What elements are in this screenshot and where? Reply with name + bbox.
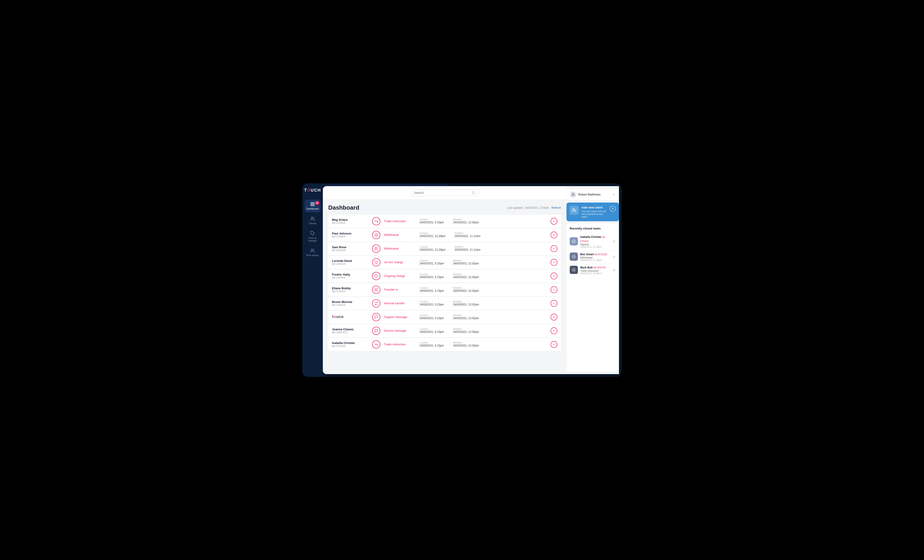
created-block: Created 24/03/2021, 12.29pm [420,232,446,238]
modified-date: 25/03/2021, 11.12am [454,235,480,238]
created-label: Created [420,218,444,221]
task-row[interactable]: Lucinda Davie AD-27HJU4 Ad hoc charge Cr… [328,256,561,269]
closed-task-item[interactable]: Isabella Christie AD-27HJU4 Deposit 24/0… [570,233,616,250]
task-type: Trade instruction [384,343,416,346]
task-type-icon [372,272,380,280]
modified-label: Modified [453,259,479,262]
task-meta: Created 24/03/2021, 5.23pm Modified 24/0… [420,287,547,292]
closed-task-item[interactable]: Mark Bolt AD-87HY55 Trade instruction 24… [570,264,616,277]
tag-icon [310,231,315,236]
task-row[interactable]: Sam Rose AD-27HJU4 Withdrawal Created 24… [328,242,561,255]
task-meta: Created 24/03/2021, 5.23pm Modified 24/0… [420,328,547,334]
chevron-right-icon [552,261,555,264]
closed-task-date: 24/03/2021, 12.23pm [580,246,610,248]
closed-task-date: 24/03/2021, 10.56am [580,272,610,275]
task-type-icon [372,231,380,239]
task-row[interactable]: Paul Johnson AD-27HJU4 Withdrawal Create… [328,229,561,241]
created-date: 24/03/2021, 5.23pm [420,330,444,334]
task-row[interactable]: TOUCH Support message Created 24/03/2021… [328,311,561,323]
created-date: 24/03/2021, 5.23pm [420,289,444,292]
modified-block: Modified 24/03/2021, 12.02pm [453,287,479,292]
last-updated-value: 24/03/2021, 3.54pm [525,206,549,210]
task-client: Meg Sclare AD-27HJU4 [332,218,369,224]
created-block: Created 24/03/2021, 5.23pm [420,287,444,292]
task-client: Lucinda Davie AD-27HJU4 [332,259,369,265]
modified-block: Modified 24/03/2021, 12.02pm [453,328,479,334]
task-arrow-button[interactable] [550,259,557,266]
task-client: Joanna Chavez AD-33HYDT5 [332,328,369,334]
task-type: Support message [384,315,416,319]
modified-date: 24/03/2021, 12.02pm [453,221,479,224]
page-title: Dashboard [328,204,359,211]
task-arrow-button[interactable] [550,314,557,320]
created-block: Created 24/03/2021, 12.29pm [420,246,446,252]
sidebar-item-dashboard[interactable]: 12 Dashboard [304,199,321,213]
task-row[interactable]: Eliana Bobby AD-27HJU4 Transfer in Creat… [328,283,561,296]
modified-block: Modified 25/03/2021, 11.12am [454,246,480,252]
modified-block: Modified 25/03/2021, 11.12am [454,232,480,238]
sidebar-item-firmadmin-label: Firm admin [306,254,319,257]
closed-task-item[interactable]: Ben Smart AD-87JDU8 Withdrawal 24/03/202… [570,250,616,264]
dashboard-badge: 12 [315,201,319,205]
closed-task-type: Withdrawal [580,256,610,259]
recently-closed-title: Recently closed tasks [570,227,616,230]
created-label: Created [420,287,444,289]
add-client-title: Add new client [582,206,607,209]
closed-task-info: Ben Smart AD-87JDU8 Withdrawal 24/03/202… [580,252,610,261]
task-arrow-button[interactable] [550,300,557,307]
sidebar-item-fees-label: Fees & charges [306,237,320,242]
task-arrow-button[interactable] [550,273,557,279]
task-arrow-button[interactable] [550,232,557,238]
chevron-right-icon [552,288,555,291]
add-client-icon [570,206,579,215]
created-block: Created 24/03/2021, 5.23pm [420,314,444,320]
task-arrow-button[interactable] [550,245,557,252]
created-date: 24/03/2021, 5.23pm [420,317,444,320]
add-client-card[interactable]: Add new client You can save and exit the… [567,202,619,221]
closed-task-date: 24/03/2021, 11.19am [580,259,610,261]
task-type-icon [372,244,380,253]
task-arrow-button[interactable] [550,327,557,334]
sidebar-item-clients[interactable]: Clients [304,214,321,227]
search-input[interactable] [414,191,470,195]
created-date: 24/03/2021, 12.29pm [420,248,446,252]
main-content: Dashboard Last updated: 24/03/2021, 3.54… [323,186,567,374]
task-type-icon [372,326,380,335]
closed-task-avatar [570,266,578,274]
svg-point-4 [311,217,313,219]
closed-task-name: Mark Bolt AD-87HY55 [580,265,610,270]
closed-task-name: Ben Smart AD-87JDU8 [580,252,610,256]
task-client: Isabella Christie AD-27HJU4 [332,341,369,347]
add-client-plus-button[interactable]: + [610,206,616,212]
task-client: Sam Rose AD-27HJU4 [332,246,369,252]
modified-label: Modified [453,218,479,221]
task-type-icon [372,258,380,267]
user-selector[interactable]: Robert Matthews [567,189,619,200]
svg-rect-2 [311,204,312,206]
created-label: Created [420,341,444,344]
refresh-button[interactable]: Refresh [551,206,561,210]
sidebar-item-fees[interactable]: Fees & charges [304,229,321,244]
created-block: Created 24/03/2021, 5.23pm [420,259,444,265]
grid-icon [310,202,315,207]
task-arrow-button[interactable] [550,218,557,225]
client-name: Joanna Chavez [332,328,369,331]
modified-label: Modified [454,232,480,235]
task-row[interactable]: Fredric Hatty AD-27HJU4 Ongoing charge C… [328,270,561,282]
created-label: Created [420,232,446,235]
modified-block: Modified 24/03/2021, 12.02pm [453,259,479,265]
search-box[interactable] [411,189,479,196]
app-logo: TOUCH [304,188,321,193]
task-row[interactable]: Meg Sclare AD-27HJU4 Trade instruction C… [328,215,561,228]
created-label: Created [420,246,446,248]
chevron-right-icon [552,274,555,278]
task-row[interactable]: Joanna Chavez AD-33HYDT5 Secure message … [328,324,561,337]
sidebar-item-firmadmin[interactable]: Firm admin [304,246,321,259]
task-arrow-button[interactable] [550,286,557,293]
svg-rect-0 [311,202,312,204]
task-client: Fredric Hatty AD-27HJU4 [332,273,369,279]
task-arrow-button[interactable] [550,341,557,348]
task-row[interactable]: Isabella Christie AD-27HJU4 Trade instru… [328,338,561,351]
client-id: AD-27HJU4 [332,222,369,224]
task-row[interactable]: Bruno Morrow AD-27HJU4 Internal transfer… [328,297,561,310]
